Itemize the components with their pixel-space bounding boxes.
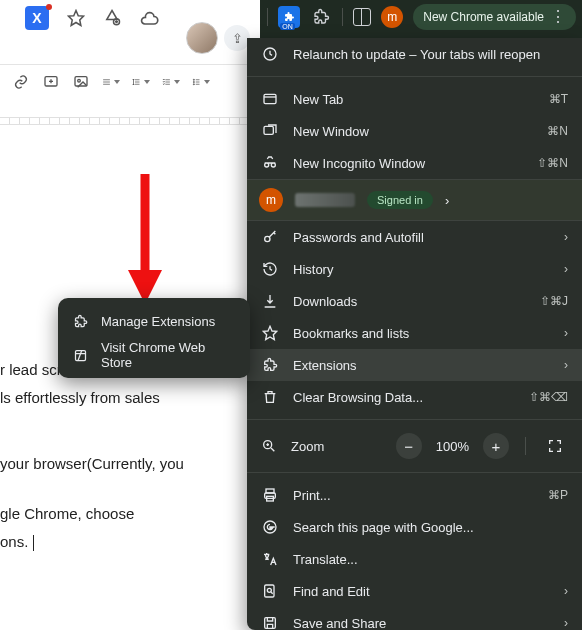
update-available-button[interactable]: New Chrome available ⋮	[413, 4, 576, 30]
chevron-right-icon: ›	[564, 584, 568, 598]
user-avatar[interactable]	[186, 22, 218, 54]
menu-label: History	[293, 262, 550, 277]
menu-translate[interactable]: Translate...	[247, 543, 582, 575]
menu-extensions[interactable]: Extensions ›	[247, 349, 582, 381]
menu-shortcut: ⇧⌘J	[540, 294, 568, 308]
print-icon	[261, 486, 279, 504]
google-icon	[261, 518, 279, 536]
insert-image-icon[interactable]	[72, 73, 90, 91]
document-body-text: r lead scraping journey. ls effortlessly…	[0, 358, 240, 558]
update-label: New Chrome available	[423, 10, 544, 24]
menu-history[interactable]: History ›	[247, 253, 582, 285]
chrome-main-menu: Relaunch to update – Your tabs will reop…	[247, 38, 582, 630]
history-icon	[261, 260, 279, 278]
line-spacing-dropdown[interactable]	[132, 73, 150, 91]
svg-rect-21	[265, 585, 274, 597]
menu-find-edit[interactable]: Find and Edit ›	[247, 575, 582, 607]
extensions-submenu: Manage Extensions Visit Chrome Web Store	[58, 298, 250, 378]
svg-point-8	[193, 84, 194, 85]
menu-label: Save and Share	[293, 616, 550, 631]
star-icon	[261, 324, 279, 342]
cloud-icon[interactable]	[139, 9, 157, 27]
menu-shortcut: ⇧⌘N	[537, 156, 568, 170]
save-icon	[261, 614, 279, 630]
extension-pinned-icon[interactable]: ON	[278, 6, 300, 28]
menu-search-page[interactable]: Search this page with Google...	[247, 511, 582, 543]
submenu-label: Manage Extensions	[101, 314, 215, 329]
side-panel-icon[interactable]	[353, 8, 371, 26]
menu-account-row[interactable]: m Signed in ›	[247, 179, 582, 221]
star-outline-icon[interactable]	[67, 9, 85, 27]
incognito-icon	[261, 154, 279, 172]
chevron-right-icon: ›	[445, 193, 449, 208]
add-to-drive-icon[interactable]	[103, 9, 121, 27]
menu-label: Extensions	[293, 358, 550, 373]
divider	[342, 8, 343, 26]
menu-shortcut: ⌘P	[548, 488, 568, 502]
menu-downloads[interactable]: Downloads ⇧⌘J	[247, 285, 582, 317]
link-icon[interactable]	[12, 73, 30, 91]
fullscreen-icon[interactable]	[542, 433, 568, 459]
menu-save-share[interactable]: Save and Share ›	[247, 607, 582, 630]
chevron-right-icon: ›	[564, 262, 568, 276]
menu-new-tab[interactable]: New Tab ⌘T	[247, 83, 582, 115]
checklist-dropdown[interactable]	[162, 73, 180, 91]
svg-point-14	[265, 236, 270, 241]
account-name-blurred	[295, 193, 355, 207]
bullet-list-dropdown[interactable]	[192, 73, 210, 91]
menu-shortcut: ⇧⌘⌫	[529, 390, 568, 404]
menu-relaunch-update[interactable]: Relaunch to update – Your tabs will reop…	[247, 38, 582, 70]
chevron-right-icon: ›	[564, 326, 568, 340]
menu-label: New Tab	[293, 92, 535, 107]
translate-icon	[261, 550, 279, 568]
extension-on-badge: ON	[280, 23, 295, 30]
doc-toolbar	[0, 64, 260, 99]
submenu-manage-extensions[interactable]: Manage Extensions	[58, 304, 250, 338]
zoom-icon	[261, 438, 277, 454]
divider	[267, 8, 268, 26]
menu-separator	[247, 419, 582, 420]
signed-in-badge: Signed in	[367, 191, 433, 209]
insert-comment-icon[interactable]	[42, 73, 60, 91]
svg-point-7	[193, 81, 194, 82]
zoom-out-button[interactable]: −	[396, 433, 422, 459]
submenu-label: Visit Chrome Web Store	[101, 340, 236, 370]
key-icon	[261, 228, 279, 246]
svg-marker-1	[69, 11, 84, 26]
doc-line: gle Chrome, choose	[0, 502, 240, 526]
chevron-right-icon: ›	[564, 358, 568, 372]
menu-label: New Window	[293, 124, 533, 139]
download-icon	[261, 292, 279, 310]
chevron-right-icon: ›	[564, 616, 568, 630]
menu-separator	[247, 76, 582, 77]
zoom-in-button[interactable]: +	[483, 433, 509, 459]
zoom-value: 100%	[436, 439, 469, 454]
svg-rect-23	[265, 618, 276, 629]
menu-bookmarks[interactable]: Bookmarks and lists ›	[247, 317, 582, 349]
extension-icon	[261, 356, 279, 374]
menu-label: Clear Browsing Data...	[293, 390, 515, 405]
account-avatar: m	[259, 188, 283, 212]
profile-avatar-button[interactable]: m	[381, 6, 403, 28]
menu-label: Passwords and Autofill	[293, 230, 550, 245]
more-icon: ⋮	[550, 9, 566, 25]
menu-clear-browsing-data[interactable]: Clear Browsing Data... ⇧⌘⌫	[247, 381, 582, 413]
text-cursor	[33, 535, 34, 551]
menu-incognito[interactable]: New Incognito Window ⇧⌘N	[247, 147, 582, 179]
new-window-icon	[261, 122, 279, 140]
menu-passwords[interactable]: Passwords and Autofill ›	[247, 221, 582, 253]
menu-print[interactable]: Print... ⌘P	[247, 479, 582, 511]
submenu-web-store[interactable]: Visit Chrome Web Store	[58, 338, 250, 372]
doc-line: ons.	[0, 533, 28, 550]
trash-icon	[261, 388, 279, 406]
chevron-right-icon: ›	[564, 230, 568, 244]
menu-shortcut: ⌘N	[547, 124, 568, 138]
doc-line: ls effortlessly from sales	[0, 386, 240, 410]
divider	[525, 437, 526, 455]
find-icon	[261, 582, 279, 600]
align-dropdown[interactable]	[102, 73, 120, 91]
menu-new-window[interactable]: New Window ⌘N	[247, 115, 582, 147]
svg-point-5	[78, 79, 81, 82]
app-logo-icon: X	[25, 6, 49, 30]
extensions-toolbar-icon[interactable]	[310, 6, 332, 28]
